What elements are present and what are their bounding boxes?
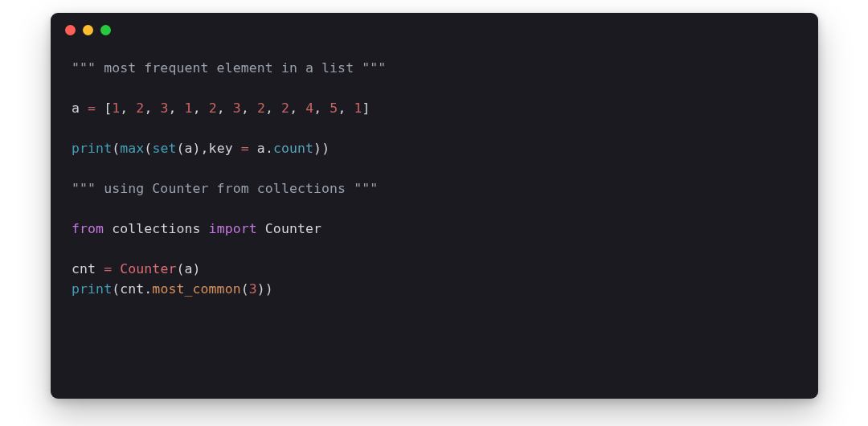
code-token: set (152, 141, 176, 156)
code-token: 2 (257, 100, 265, 116)
code-token: = (88, 100, 96, 116)
code-token: most_common (152, 281, 240, 297)
code-token: Counter (257, 221, 321, 236)
code-token: ] (362, 100, 371, 116)
code-token: a (72, 100, 88, 116)
code-token: , (120, 100, 136, 116)
code-line: """ using Counter from collections """ (72, 178, 797, 199)
code-line: print(max(set(a),key = a.count)) (72, 138, 797, 158)
code-token: , (144, 100, 160, 116)
code-line: """ most frequent element in a list """ (72, 58, 797, 78)
code-token: = (241, 141, 249, 156)
code-token: cnt (72, 261, 104, 276)
code-line: cnt = Counter(a) (72, 259, 797, 279)
code-token: , (289, 100, 305, 116)
code-line: print(cnt.most_common(3)) (72, 279, 797, 299)
code-token: )) (257, 281, 273, 297)
code-block: """ most frequent element in a list """ … (51, 47, 818, 317)
code-token: a. (249, 141, 273, 156)
code-token: print (72, 141, 112, 156)
code-token: , (193, 100, 209, 116)
code-token: Counter (120, 261, 176, 276)
code-token: , (169, 100, 185, 116)
code-token: 5 (330, 100, 338, 116)
close-icon[interactable] (65, 25, 76, 35)
code-token: import (209, 221, 257, 236)
code-token: (a) (176, 261, 200, 276)
code-token: max (120, 141, 144, 156)
code-line (72, 118, 797, 138)
code-token: 4 (305, 100, 313, 116)
titlebar (51, 13, 818, 47)
code-token: 1 (354, 100, 362, 116)
code-token (112, 261, 120, 276)
code-line (72, 199, 797, 219)
minimize-icon[interactable] (83, 25, 93, 35)
code-token: 3 (233, 100, 241, 116)
code-token: 1 (185, 100, 193, 116)
code-line (72, 78, 797, 98)
code-line (72, 158, 797, 178)
code-token: ( (144, 141, 152, 156)
code-token: , (338, 100, 354, 116)
code-line: from collections import Counter (72, 219, 797, 239)
code-token: (a),key (176, 141, 240, 156)
code-token: 3 (249, 281, 257, 297)
code-token: = (104, 261, 112, 276)
code-token: 2 (281, 100, 289, 116)
code-line: a = [1, 2, 3, 1, 2, 3, 2, 2, 4, 5, 1] (72, 98, 797, 118)
code-token: , (265, 100, 281, 116)
code-token: 3 (160, 100, 168, 116)
code-token: )) (313, 141, 330, 156)
zoom-icon[interactable] (100, 25, 111, 35)
code-token: ( (112, 141, 120, 156)
code-token: """ most frequent element in a list """ (72, 60, 386, 76)
code-window: """ most frequent element in a list """ … (51, 13, 818, 399)
code-token: (cnt. (112, 281, 152, 297)
code-token: , (313, 100, 330, 116)
code-token: """ using Counter from collections """ (72, 181, 378, 196)
code-token: collections (104, 221, 208, 236)
code-token: 1 (112, 100, 120, 116)
code-token: 2 (136, 100, 144, 116)
code-token: , (241, 100, 257, 116)
code-line (72, 239, 797, 259)
code-token: count (273, 141, 313, 156)
code-token: ( (241, 281, 249, 297)
code-token: print (72, 281, 112, 297)
code-token: [ (96, 100, 112, 116)
code-token: , (217, 100, 233, 116)
code-token: 2 (209, 100, 217, 116)
code-token: from (72, 221, 104, 236)
